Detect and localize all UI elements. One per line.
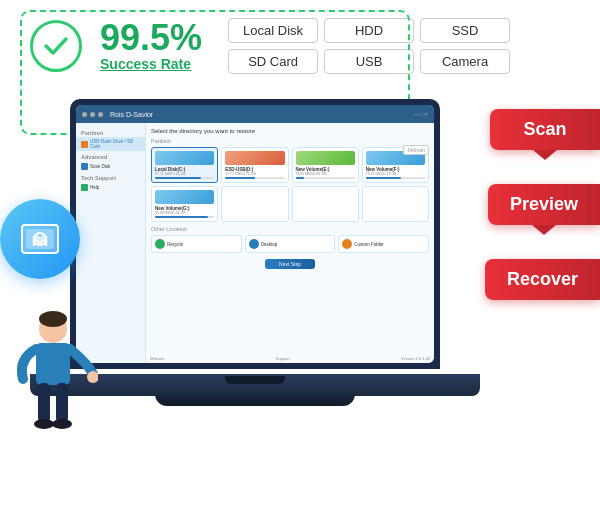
other-card-desktop[interactable]: Desktop <box>245 235 336 253</box>
success-text: 99.5% Success Rate <box>100 20 202 72</box>
desktop-icon <box>249 239 259 249</box>
drive-size-2: 78.05 MB/50.03 GB <box>296 172 355 176</box>
sw-version: Version 2.9.1.46 <box>401 356 430 361</box>
drive-icon-1 <box>225 151 284 165</box>
recover-container: Recover <box>485 259 600 300</box>
drive-size-0: 57.71 GB/74.19 GB <box>155 172 214 176</box>
custom-label: Custom Folder <box>354 242 384 247</box>
sw-dot-2 <box>90 112 95 117</box>
other-card-recycle[interactable]: Recycle <box>151 235 242 253</box>
svg-rect-7 <box>38 383 50 423</box>
device-tag-ssd[interactable]: SSD <box>420 18 510 43</box>
sw-window-controls: — □ ✕ <box>413 111 428 117</box>
svg-point-10 <box>52 419 72 429</box>
scan-disk-icon <box>81 163 88 170</box>
sw-dot-3 <box>98 112 103 117</box>
sw-sidebar-usb[interactable]: USB Flash Drive / SD Card <box>76 137 145 151</box>
device-tag-local-disk[interactable]: Local Disk <box>228 18 318 43</box>
drive-size-1: 17.77 GB/14.72 GB <box>225 172 284 176</box>
drive-progress-2 <box>296 177 355 179</box>
drive-fill-1 <box>225 177 255 179</box>
drive-fill-2 <box>296 177 305 179</box>
laptop-screen-outer: Rois D-Savior — □ ✕ Partition USB Flash … <box>70 99 440 369</box>
drive-progress-3 <box>366 177 425 179</box>
device-tag-camera[interactable]: Camera <box>420 49 510 74</box>
circular-recovery-icon <box>0 199 80 279</box>
sw-content-title: Select the directory you want to restore <box>151 128 429 134</box>
drive-card-7[interactable] <box>362 186 429 222</box>
drive-fill-4 <box>155 216 208 218</box>
sw-titlebar: Rois D-Savior — □ ✕ <box>76 105 434 123</box>
drive-icon-0 <box>155 151 214 165</box>
check-icon <box>42 32 70 60</box>
person-svg <box>8 309 98 459</box>
sw-other-label: Other Location <box>151 226 429 232</box>
laptop-notch <box>225 376 285 384</box>
success-rate: 99.5% <box>100 20 202 56</box>
top-section: 99.5% Success Rate Local DiskHDDSSDSD Ca… <box>0 0 600 84</box>
desktop-label: Desktop <box>261 242 278 247</box>
device-tag-usb[interactable]: USB <box>324 49 414 74</box>
scan-container: Scan <box>490 109 600 150</box>
recycle-label: Recycle <box>167 242 183 247</box>
drive-fill-3 <box>366 177 402 179</box>
laptop-stand <box>155 394 355 406</box>
preview-container: Preview <box>488 184 600 225</box>
sw-advanced-section: Advanced <box>76 151 145 161</box>
svg-rect-8 <box>56 383 68 423</box>
drive-progress-4 <box>155 216 214 218</box>
recovery-svg-icon <box>18 217 62 261</box>
drive-size-3: 75.01 GB/95.73 GB <box>366 172 425 176</box>
drive-card-0[interactable]: Local Disk(C:) 57.71 GB/74.19 GB <box>151 147 218 183</box>
device-tags: Local DiskHDDSSDSD CardUSBCamera <box>228 18 510 74</box>
sw-title-text: Rois D-Savior <box>110 111 410 118</box>
drive-card-4[interactable]: New Volume(G:) 95.99 GB/95.51 GB <box>151 186 218 222</box>
sw-sidebar-scan[interactable]: Scan Disk <box>76 161 145 172</box>
custom-icon <box>342 239 352 249</box>
scan-button[interactable]: Scan <box>490 109 600 150</box>
main-area: Rois D-Savior — □ ✕ Partition USB Flash … <box>0 89 600 459</box>
other-card-custom[interactable]: Custom Folder <box>338 235 429 253</box>
help-icon <box>81 184 88 191</box>
sw-support-link[interactable]: Support <box>276 356 290 361</box>
drive-card-5[interactable] <box>221 186 288 222</box>
sw-partition-section: Partition <box>76 127 145 137</box>
sw-dot-1 <box>82 112 87 117</box>
preview-button[interactable]: Preview <box>488 184 600 225</box>
sw-other-grid: Recycle Desktop Custom Folder <box>151 235 429 253</box>
drive-progress-0 <box>155 177 214 179</box>
device-tag-hdd[interactable]: HDD <box>324 18 414 43</box>
right-buttons: Scan Preview Recover <box>485 109 600 300</box>
usb-icon <box>81 141 88 148</box>
device-tag-sd-card[interactable]: SD Card <box>228 49 318 74</box>
svg-point-4 <box>39 311 67 327</box>
laptop-screen-inner: Rois D-Savior — □ ✕ Partition USB Flash … <box>76 105 434 363</box>
sw-website[interactable]: Website <box>150 356 164 361</box>
sw-main-content: Select the directory you want to restore… <box>146 123 434 363</box>
drive-card-2[interactable]: New Volume(E:) 78.05 MB/50.03 GB <box>292 147 359 183</box>
svg-rect-5 <box>36 343 70 385</box>
next-step-button[interactable]: Next Step <box>265 259 315 269</box>
drive-icon-2 <box>296 151 355 165</box>
drive-progress-1 <box>225 177 284 179</box>
checkmark-circle <box>30 20 82 72</box>
sw-support-section: Tech Support <box>76 172 145 182</box>
drive-card-6[interactable] <box>292 186 359 222</box>
recycle-icon <box>155 239 165 249</box>
sw-partition-label: Partition <box>151 138 429 144</box>
svg-point-9 <box>34 419 54 429</box>
sw-body: Partition USB Flash Drive / SD Card Adva… <box>76 123 434 363</box>
sw-sidebar-help[interactable]: Help <box>76 182 145 193</box>
sw-footer: Website Support Version 2.9.1.46 <box>150 356 430 361</box>
drive-card-1[interactable]: ESD-USB(D:) 17.77 GB/14.72 GB <box>221 147 288 183</box>
drive-size-4: 95.99 GB/95.51 GB <box>155 211 214 215</box>
sw-drives-grid: Local Disk(C:) 57.71 GB/74.19 GB ESD-USB… <box>151 147 429 222</box>
drive-fill-0 <box>155 177 201 179</box>
drive-icon-4 <box>155 190 214 204</box>
person-figure <box>8 309 98 459</box>
success-label: Success Rate <box>100 56 202 72</box>
recover-button[interactable]: Recover <box>485 259 600 300</box>
sw-search-bar[interactable]: Refresh <box>403 145 429 155</box>
